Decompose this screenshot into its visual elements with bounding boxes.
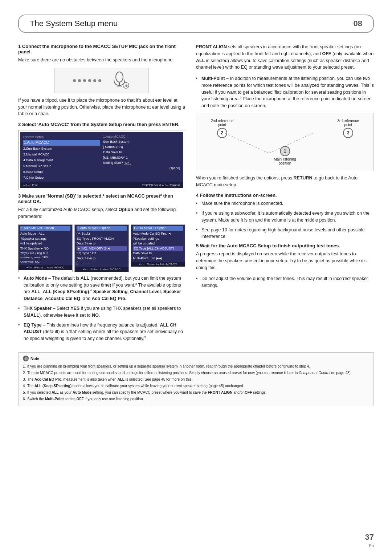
step3-heading: 3 Make sure 'Normal (SB)' is selected,1 … [18, 193, 185, 204]
option-screen-2-footer: ↵/←: Return to Auto MCACC [75, 267, 128, 272]
svg-point-0 [116, 72, 123, 82]
return-text: When you're finished settings the option… [196, 175, 374, 189]
mic-dot-3 [83, 79, 86, 82]
screen-exit-label: ↵/←: Exit [23, 183, 38, 187]
mic-dot-2 [78, 79, 81, 82]
step1-body1: Make sure there are no obstacles between… [18, 57, 185, 64]
bullet-eq-type: EQ Type – This determines how the freque… [18, 322, 185, 342]
note-box: ◎ Note If you are planning on bi-amping … [18, 352, 374, 406]
step5-body: A progress report is displayed on-screen… [196, 251, 374, 271]
page-number: 37 [365, 532, 374, 542]
screen-inner: System Setup 1.Auto MCACC 2.Surr Back Sy… [20, 132, 183, 182]
option-screen-1-footer: ↵/←: Return to Auto MCACC [19, 265, 72, 270]
option-screen-3-footer: ↵/←: Return to Auto MCACC [131, 262, 185, 267]
step1-heading: 1 Connect the microphone to the MCACC SE… [18, 44, 185, 54]
step4-bullet-1: Make sure the microphone is connected. [196, 200, 374, 207]
page-container: The System Setup menu 08 1 Connect the m… [0, 0, 392, 555]
step4-heading: 4 Follow the instructions on-screen. [196, 193, 374, 198]
step4-bullet-2: If you're using a subwoofer, it is autom… [196, 210, 374, 224]
mic-dot-5 [93, 79, 96, 82]
right-bullets: Multi-Point – In addition to measurement… [196, 75, 374, 109]
step5-heading: 5 Wait for the Auto MCACC Setup to finis… [196, 243, 374, 248]
page-title: The System Setup menu [30, 19, 118, 28]
page-header: The System Setup menu 08 [18, 15, 374, 33]
right-column: FRONT ALIGN sets all speakers in accorda… [196, 44, 374, 345]
screen-bottom-bar: ↵/←: Exit ENTER:Next ↵/←:Cancel [20, 182, 183, 188]
main-content: 1 Connect the microphone to the MCACC SE… [18, 44, 374, 345]
page-language: En [369, 543, 374, 548]
note-list: If you are planning on bi-amping your fr… [23, 364, 369, 402]
option-screen-3: 1.Auto MCACC Option Auto Mode Cal EQ Pro… [131, 224, 185, 272]
system-setup-screen: System Setup 1.Auto MCACC 2.Surr Back Sy… [18, 130, 185, 190]
step5-bullet-1: Do not adjust the volume during the test… [196, 275, 374, 289]
option-screen-3-inner: 1.Auto MCACC Option Auto Mode Cal EQ Pro… [131, 225, 185, 262]
mic-dots [73, 79, 101, 82]
step4-bullets: Make sure the microphone is connected. I… [196, 200, 374, 240]
parameter-bullets: Auto Mode – The default is ALL (recommen… [18, 275, 185, 342]
note-item-5: If you selected ALL as your Auto Mode se… [23, 390, 369, 395]
mic-dot-6 [98, 79, 101, 82]
option-screen-1-inner: 1.Auto MCACC Option Auto Mode ALL ?Speak… [19, 225, 72, 266]
step3-body: For a fully customized Auto MCACC setup,… [18, 206, 185, 220]
bullet-multi-point: Multi-Point – In addition to measurement… [196, 75, 374, 109]
page-section-number: 08 [354, 19, 362, 28]
left-column: 1 Connect the microphone to the MCACC SE… [18, 44, 185, 345]
screen-enter-label: ENTER:Next ↵/←:Cancel [142, 183, 180, 187]
note-item-2: The six MCACC presets are used for stori… [23, 370, 369, 376]
option-screen-2: 1.Auto MCACC Option (↵ Back) EQ Type : F… [74, 224, 129, 272]
page-footer: 37 En [365, 532, 374, 548]
step2-heading: 2 Select 'Auto MCACC' from the System Se… [18, 122, 185, 127]
screen-col-left: System Setup 1.Auto MCACC 2.Surr Back Sy… [23, 134, 100, 181]
mic-dot-4 [88, 79, 91, 82]
front-align-text: FRONT ALIGN sets all speakers in accorda… [196, 44, 374, 71]
bullet-thx-speaker: THX Speaker – Select YES if you are usin… [18, 305, 185, 319]
step5-bullets: Do not adjust the volume during the test… [196, 275, 374, 289]
step1-body2: If you have a tripod, use it to place th… [18, 97, 185, 117]
reference-diagram: 2nd referencepoint 2 3rd referencepoint … [196, 113, 374, 171]
note-item-4: The ALL (Keep SPsetting) option allows y… [23, 383, 369, 389]
mic-image: ⊕ [54, 68, 149, 93]
step4-bullet-3: See page 10 for notes regarding high bac… [196, 227, 374, 240]
svg-line-5 [225, 133, 269, 153]
microphone-icon: ⊕ [109, 72, 130, 90]
note-item-6: Switch the Multi-Point setting OFF if yo… [23, 396, 369, 402]
bullet-auto-mode: Auto Mode – The default is ALL (recommen… [18, 275, 185, 302]
note-item-1: If you are planning on bi-amping your fr… [23, 364, 369, 369]
note-label: Note [30, 356, 39, 362]
svg-text:⊕: ⊕ [125, 84, 128, 88]
note-header: ◎ Note [23, 356, 369, 362]
svg-line-6 [269, 133, 313, 153]
option-screens-row: 1.Auto MCACC Option Auto Mode ALL ?Speak… [18, 224, 185, 272]
note-icon: ◎ [23, 356, 29, 361]
screen-col-right: 1.Auto MCACC Surr Back System [ Normal (… [103, 134, 180, 181]
option-screen-2-inner: 1.Auto MCACC Option (↵ Back) EQ Type : F… [75, 225, 128, 267]
option-screen-1: 1.Auto MCACC Option Auto Mode ALL ?Speak… [18, 224, 73, 272]
mic-dot-1 [73, 79, 76, 82]
diagram-lines [196, 113, 373, 171]
note-item-3: The Aco Cal EQ Pro. measurement is also … [23, 377, 369, 382]
